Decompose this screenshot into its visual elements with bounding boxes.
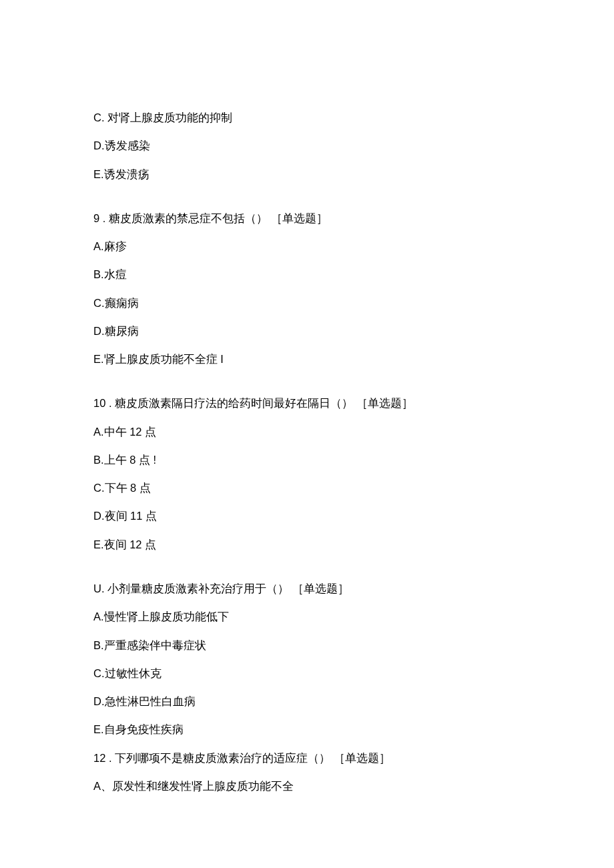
option-text: E.自身免疫性疾病 — [93, 722, 614, 737]
option-text: B.严重感染伴中毒症状 — [93, 638, 614, 653]
option-text: C.下午 8 点 — [93, 480, 614, 495]
option-text: A、原发性和继发性肾上腺皮质功能不全 — [93, 779, 614, 793]
option-text: E.夜间 12 点 — [93, 537, 614, 552]
document-page: C. 对肾上腺皮质功能的抑制 D.诱发感染 E.诱发溃疡 9 . 糖皮质激素的禁… — [0, 0, 614, 868]
spacer — [93, 565, 614, 581]
option-text: C. 对肾上腺皮质功能的抑制 — [93, 110, 614, 125]
option-text: C.过敏性休克 — [93, 666, 614, 681]
option-text: D.夜间 11 点 — [93, 508, 614, 523]
question-text: 10 . 糖皮质激素隔日疗法的给药时间最好在隔日（） ［单选题］ — [93, 396, 614, 410]
option-text: A.慢性肾上腺皮质功能低下 — [93, 609, 614, 624]
question-text: 12 . 下列哪项不是糖皮质激素治疗的适应症（） ［单选题］ — [93, 751, 614, 765]
option-text: A.中午 12 点 — [93, 424, 614, 439]
option-text: B.水痘 — [93, 267, 614, 282]
option-text: D.糖尿病 — [93, 324, 614, 338]
option-text: E.诱发溃疡 — [93, 167, 614, 181]
option-text: D.诱发感染 — [93, 138, 614, 153]
question-text: U. 小剂量糖皮质激素补充治疗用于（） ［单选题］ — [93, 581, 614, 596]
option-text: D.急性淋巴性白血病 — [93, 694, 614, 709]
option-text: B.上午 8 点 ! — [93, 452, 614, 467]
question-text: 9 . 糖皮质激素的禁忌症不包括（） ［单选题］ — [93, 211, 614, 226]
option-text: E.肾上腺皮质功能不全症 I — [93, 352, 614, 366]
option-text: C.癫痫病 — [93, 296, 614, 310]
option-text: A.麻疹 — [93, 239, 614, 254]
spacer — [93, 195, 614, 211]
spacer — [93, 380, 614, 396]
